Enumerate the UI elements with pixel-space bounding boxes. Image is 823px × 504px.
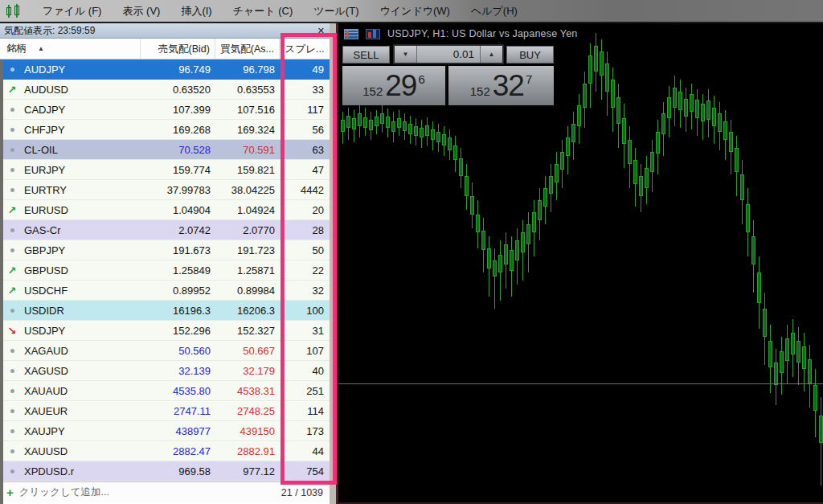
ask-value: 70.591 bbox=[215, 144, 280, 156]
ask-value: 159.821 bbox=[215, 164, 280, 176]
symbol-name: AUDUSD bbox=[24, 84, 141, 96]
column-header-bid[interactable]: 売気配(Bid) bbox=[141, 39, 215, 59]
symbol-name: GAS-Cr bbox=[24, 224, 141, 236]
table-row-XAGAUD[interactable]: XAGAUD50.56050.667107 bbox=[0, 341, 330, 361]
spread-value: 20 bbox=[280, 204, 330, 216]
volume-value[interactable]: 0.01 bbox=[417, 46, 480, 63]
spread-value: 100 bbox=[280, 305, 330, 317]
symbol-name: EURUSD bbox=[24, 204, 141, 216]
bid-value: 2.0742 bbox=[141, 224, 215, 236]
neutral-dot-icon bbox=[0, 128, 24, 132]
chart-panel: USDJPY, H1: US Dollar vs Japanese Yen SE… bbox=[336, 23, 823, 504]
table-row-CADJPY[interactable]: CADJPY107.399107.516117 bbox=[0, 100, 330, 120]
neutral-dot-icon bbox=[0, 108, 24, 112]
table-row-AUDUSD[interactable]: ↗AUDUSD0.635200.6355333 bbox=[0, 80, 330, 100]
table-row-USDIDR[interactable]: USDIDR16196.316206.3100 bbox=[0, 301, 330, 321]
neutral-dot-icon bbox=[0, 409, 24, 413]
bid-value: 152.296 bbox=[141, 325, 215, 337]
add-symbol-label[interactable]: クリックして追加... bbox=[19, 486, 109, 499]
chart-titlebar: USDJPY, H1: US Dollar vs Japanese Yen bbox=[338, 23, 577, 44]
spread-value: 107 bbox=[280, 345, 330, 357]
menu-item-3[interactable]: チャート (C) bbox=[233, 5, 293, 17]
table-row-CHFJPY[interactable]: CHFJPY169.268169.32456 bbox=[0, 120, 330, 140]
market-watch-header: 銘柄 ▲ 売気配(Bid) 買気配(As... スプレ... bbox=[0, 39, 330, 59]
neutral-dot-icon bbox=[0, 469, 24, 473]
spread-value: 63 bbox=[280, 144, 330, 156]
table-row-CL-OIL[interactable]: CL-OIL70.52870.59163 bbox=[0, 140, 330, 160]
tick-down-icon: ↘ bbox=[0, 326, 24, 336]
close-icon[interactable]: ✕ bbox=[317, 27, 325, 35]
symbol-count: 21 / 1039 bbox=[281, 487, 323, 498]
table-row-XAUEUR[interactable]: XAUEUR2747.112748.25114 bbox=[0, 401, 330, 421]
menu-item-0[interactable]: ファイル (F) bbox=[43, 5, 101, 17]
market-watch-titlebar[interactable]: 気配値表示: 23:59:59 ✕ bbox=[0, 23, 330, 39]
symbol-name: USDJPY bbox=[24, 325, 141, 337]
tick-up-icon: ↗ bbox=[0, 285, 24, 296]
table-row-XAGUSD[interactable]: XAGUSD32.13932.17940 bbox=[0, 361, 330, 381]
table-row-USDCHF[interactable]: ↗USDCHF0.899520.8998432 bbox=[0, 281, 330, 301]
table-row-AUDJPY[interactable]: AUDJPY96.74996.79849 bbox=[0, 59, 330, 80]
neutral-dot-icon bbox=[0, 188, 24, 192]
buy-price-display[interactable]: 152 32 7 bbox=[448, 66, 554, 105]
chart-type-icon[interactable] bbox=[366, 29, 380, 39]
neutral-dot-icon bbox=[0, 369, 24, 373]
ask-value: 1.04924 bbox=[215, 204, 280, 216]
column-header-spread[interactable]: スプレ... bbox=[280, 39, 330, 59]
ask-value: 16206.3 bbox=[215, 305, 280, 317]
menu-item-5[interactable]: ウインドウ(W) bbox=[379, 5, 449, 17]
volume-decrease-icon[interactable]: ▼ bbox=[395, 46, 417, 63]
spread-value: 44 bbox=[280, 445, 330, 457]
spread-value: 114 bbox=[280, 405, 330, 417]
table-row-USDJPY[interactable]: ↘USDJPY152.296152.32731 bbox=[0, 321, 330, 341]
symbol-name: XAUJPY bbox=[24, 425, 141, 437]
table-row-EURJPY[interactable]: EURJPY159.774159.82147 bbox=[0, 160, 330, 180]
menu-item-1[interactable]: 表示 (V) bbox=[122, 5, 160, 17]
add-symbol-plus-icon[interactable]: + bbox=[6, 486, 14, 498]
table-row-GBPUSD[interactable]: ↗GBPUSD1.258491.2587122 bbox=[0, 260, 330, 281]
table-row-XAUJPY[interactable]: XAUJPY438977439150173 bbox=[0, 421, 330, 441]
table-row-GBPJPY[interactable]: GBPJPY191.673191.72350 bbox=[0, 240, 330, 260]
table-row-XPDUSD.r[interactable]: XPDUSD.r969.58977.12754 bbox=[0, 461, 330, 481]
tick-up-icon: ↗ bbox=[0, 84, 24, 95]
neutral-dot-icon bbox=[0, 449, 24, 453]
ask-value: 38.04225 bbox=[215, 184, 280, 196]
spread-value: 33 bbox=[280, 84, 330, 96]
menu-item-6[interactable]: ヘルプ(H) bbox=[471, 5, 518, 17]
symbol-name: GBPUSD bbox=[24, 264, 141, 277]
buy-price-big: 32 bbox=[493, 69, 524, 103]
neutral-dot-icon bbox=[0, 429, 24, 433]
bid-value: 169.268 bbox=[141, 124, 215, 136]
spread-value: 28 bbox=[280, 224, 330, 236]
neutral-dot-icon bbox=[0, 248, 24, 252]
spread-value: 56 bbox=[280, 124, 330, 136]
volume-increase-icon[interactable]: ▲ bbox=[480, 46, 502, 63]
ask-value: 0.63553 bbox=[215, 84, 280, 96]
sell-price-display[interactable]: 152 29 6 bbox=[342, 66, 447, 105]
column-header-ask[interactable]: 買気配(As... bbox=[215, 39, 280, 59]
bid-value: 2747.11 bbox=[141, 405, 215, 417]
column-header-symbol[interactable]: 銘柄 ▲ bbox=[0, 39, 141, 59]
buy-button[interactable]: BUY bbox=[506, 46, 554, 64]
table-row-EURUSD[interactable]: ↗EURUSD1.049041.0492420 bbox=[0, 200, 330, 220]
ask-value: 4538.31 bbox=[215, 385, 280, 397]
mt4-window: ファイル (F)表示 (V)挿入(I)チャート (C)ツール(T)ウインドウ(W… bbox=[0, 0, 823, 504]
sell-button[interactable]: SELL bbox=[342, 46, 390, 64]
panel-splitter[interactable] bbox=[330, 23, 336, 504]
table-row-XAUUSD[interactable]: XAUUSD2882.472882.9144 bbox=[0, 441, 330, 461]
spread-value: 117 bbox=[280, 104, 330, 116]
table-row-XAUAUD[interactable]: XAUAUD4535.804538.31251 bbox=[0, 381, 330, 401]
spread-value: 47 bbox=[280, 164, 330, 176]
symbol-name: USDCHF bbox=[24, 285, 141, 297]
table-row-EURTRY[interactable]: EURTRY37.9978338.042254442 bbox=[0, 180, 330, 200]
bid-value: 96.749 bbox=[141, 64, 215, 76]
app-logo-icon bbox=[6, 4, 22, 18]
menu-item-2[interactable]: 挿入(I) bbox=[181, 5, 211, 17]
depth-of-market-icon[interactable] bbox=[344, 29, 358, 39]
ask-value: 107.516 bbox=[215, 104, 280, 116]
bid-value: 37.99783 bbox=[141, 184, 215, 196]
symbol-name: CHFJPY bbox=[24, 124, 141, 136]
spread-value: 49 bbox=[280, 64, 330, 76]
table-row-GAS-Cr[interactable]: GAS-Cr2.07422.077028 bbox=[0, 220, 330, 240]
spread-value: 50 bbox=[280, 244, 330, 256]
menu-item-4[interactable]: ツール(T) bbox=[313, 5, 358, 17]
